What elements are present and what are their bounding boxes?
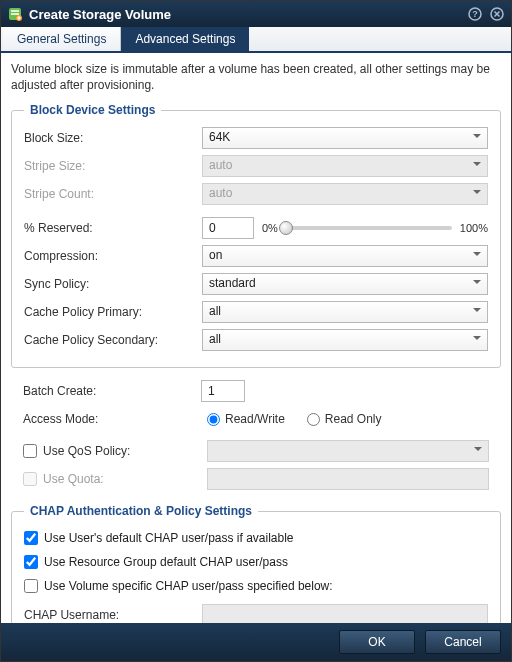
- dialog-body: Volume block size is immutable after a v…: [1, 53, 511, 623]
- chap-volume-checkbox[interactable]: [24, 579, 38, 593]
- qos-checkbox[interactable]: [23, 444, 37, 458]
- chap-default-label: Use User's default CHAP user/pass if ava…: [44, 531, 294, 545]
- access-ro-input[interactable]: [307, 413, 320, 426]
- svg-rect-2: [11, 13, 19, 15]
- stripe-size-label: Stripe Size:: [24, 159, 202, 173]
- access-ro-radio[interactable]: Read Only: [307, 412, 382, 426]
- svg-text:?: ?: [472, 9, 478, 19]
- cache-secondary-select[interactable]: all: [202, 329, 488, 351]
- chap-settings: CHAP Authentication & Policy Settings Us…: [11, 504, 501, 623]
- reserved-slider[interactable]: [286, 226, 452, 230]
- slider-thumb[interactable]: [279, 221, 293, 235]
- cancel-button[interactable]: Cancel: [425, 630, 501, 654]
- svg-rect-1: [11, 10, 19, 12]
- chap-user-input: [202, 604, 488, 623]
- access-rw-radio[interactable]: Read/Write: [207, 412, 285, 426]
- compression-select[interactable]: on: [202, 245, 488, 267]
- chap-volume-label: Use Volume specific CHAP user/pass speci…: [44, 579, 333, 593]
- quota-checkbox-label: Use Quota:: [23, 472, 201, 486]
- help-icon[interactable]: ?: [467, 6, 483, 22]
- sync-label: Sync Policy:: [24, 277, 202, 291]
- footer: OK Cancel: [1, 623, 511, 661]
- stripe-size-select: auto: [202, 155, 488, 177]
- chap-resource-checkbox[interactable]: [24, 555, 38, 569]
- dialog-window: Create Storage Volume ? General Settings…: [0, 0, 512, 662]
- titlebar: Create Storage Volume ?: [1, 1, 511, 27]
- quota-checkbox: [23, 472, 37, 486]
- cache-primary-select[interactable]: all: [202, 301, 488, 323]
- block-size-select[interactable]: 64K: [202, 127, 488, 149]
- sync-select[interactable]: standard: [202, 273, 488, 295]
- dialog-title: Create Storage Volume: [29, 7, 461, 22]
- cache-secondary-label: Cache Policy Secondary:: [24, 333, 202, 347]
- reserved-label: % Reserved:: [24, 221, 202, 235]
- tab-advanced[interactable]: Advanced Settings: [121, 27, 249, 51]
- reserved-max-label: 100%: [460, 222, 488, 234]
- compression-label: Compression:: [24, 249, 202, 263]
- qos-checkbox-label[interactable]: Use QoS Policy:: [23, 444, 201, 458]
- close-icon[interactable]: [489, 6, 505, 22]
- block-device-settings: Block Device Settings Block Size: 64K St…: [11, 103, 501, 368]
- block-device-legend: Block Device Settings: [24, 103, 161, 117]
- access-rw-input[interactable]: [207, 413, 220, 426]
- description-text: Volume block size is immutable after a v…: [11, 61, 501, 93]
- chap-default-checkbox[interactable]: [24, 531, 38, 545]
- access-label: Access Mode:: [23, 412, 201, 426]
- tabs: General Settings Advanced Settings: [1, 27, 511, 53]
- block-size-label: Block Size:: [24, 131, 202, 145]
- cache-primary-label: Cache Policy Primary:: [24, 305, 202, 319]
- batch-label: Batch Create:: [23, 384, 201, 398]
- chap-legend: CHAP Authentication & Policy Settings: [24, 504, 258, 518]
- chap-resource-label: Use Resource Group default CHAP user/pas…: [44, 555, 288, 569]
- chap-user-label: CHAP Username:: [24, 608, 202, 622]
- reserved-min-label: 0%: [262, 222, 278, 234]
- storage-icon: [7, 6, 23, 22]
- tab-general[interactable]: General Settings: [3, 27, 121, 51]
- stripe-count-label: Stripe Count:: [24, 187, 202, 201]
- stripe-count-select: auto: [202, 183, 488, 205]
- ok-button[interactable]: OK: [339, 630, 415, 654]
- reserved-input[interactable]: [202, 217, 254, 239]
- batch-input[interactable]: [201, 380, 245, 402]
- quota-input: [207, 468, 489, 490]
- qos-select: [207, 440, 489, 462]
- outer-fields: Batch Create: Access Mode: Read/Write Re…: [11, 378, 501, 504]
